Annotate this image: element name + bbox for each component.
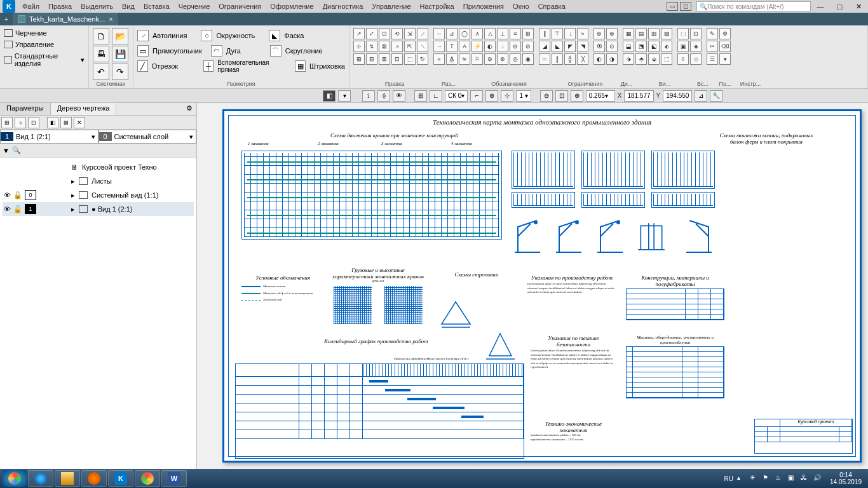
tool-icon[interactable]: ⟂	[497, 41, 508, 52]
tool-icon[interactable]: ╳	[577, 53, 588, 65]
menu-insert[interactable]: Вставка	[139, 3, 174, 10]
tb-icon[interactable]: ⌐	[470, 90, 483, 102]
tool-icon[interactable]: ═	[539, 53, 550, 65]
tray-icon[interactable]: ▴	[737, 474, 746, 483]
tool-icon[interactable]: ⦿	[593, 41, 605, 52]
tool-icon[interactable]: ⊕	[593, 28, 605, 39]
eraser-icon[interactable]: ◧	[323, 90, 336, 102]
tool-icon[interactable]: A̲	[446, 53, 458, 65]
tool-icon[interactable]: ⊥	[497, 28, 508, 39]
menu-constraints[interactable]: Ограничения	[214, 3, 266, 10]
tool-icon[interactable]: →	[433, 41, 445, 52]
tool-icon[interactable]: ⊡	[391, 53, 403, 65]
tool-icon[interactable]: ⊖	[510, 41, 521, 52]
tree-row[interactable]: ▸ Листы	[3, 174, 194, 188]
tab-close-icon[interactable]: ×	[109, 15, 112, 23]
tool-icon[interactable]: ⇱	[404, 41, 416, 52]
hatch-button[interactable]: Штриховка	[309, 62, 345, 70]
tool-icon[interactable]: ⬗	[623, 53, 634, 65]
layout-btn-2[interactable]: ◫	[680, 2, 691, 11]
tool-icon[interactable]: ⟍	[417, 41, 428, 52]
tree-row[interactable]: 🗎 Курсовой проект Техно	[3, 160, 194, 174]
tool-icon[interactable]: ⊿	[446, 28, 458, 39]
grid-icon[interactable]: ⊞	[414, 90, 427, 102]
tool-icon[interactable]: ∥	[539, 28, 550, 39]
zoom-value[interactable]: 0.265 ▾	[586, 90, 615, 102]
start-button[interactable]	[3, 470, 27, 487]
tb-icon[interactable]: ⊕	[485, 90, 498, 102]
layer-select[interactable]: 0Системный слой▾	[98, 130, 197, 144]
tool-icon[interactable]: ◊	[677, 53, 689, 65]
tray-icon[interactable]: ▣	[788, 474, 797, 483]
taskbar-clock[interactable]: 0:14 14.05.2019	[826, 471, 865, 485]
tool-icon[interactable]: ◥	[577, 41, 588, 52]
tool-icon[interactable]: ≈	[577, 28, 588, 39]
menu-diag[interactable]: Диагностика	[318, 3, 368, 10]
lang-indicator[interactable]: RU	[724, 475, 733, 482]
tool-icon[interactable]: ▦	[623, 28, 634, 39]
tool-icon[interactable]: ◯	[459, 28, 470, 39]
tool-icon[interactable]: ⬚	[404, 53, 416, 65]
command-search[interactable]: 🔍 Поиск по командам (Alt+/)	[696, 1, 811, 11]
tool-icon[interactable]: ▧	[661, 28, 672, 39]
menu-edit[interactable]: Правка	[44, 3, 76, 10]
segment-button[interactable]: Отрезок	[152, 62, 178, 70]
menu-design[interactable]: Оформление	[266, 3, 318, 10]
network-icon[interactable]: 🖧	[801, 474, 810, 483]
gear-icon[interactable]: ⚙	[182, 103, 196, 115]
tray-icon[interactable]: ⚑	[763, 474, 771, 483]
tool-icon[interactable]: ◑	[606, 53, 618, 65]
search-icon[interactable]: 🔍	[12, 146, 21, 154]
fillet-icon[interactable]: ⌒	[270, 45, 281, 57]
tb-icon[interactable]: 👁	[393, 90, 405, 102]
print-button[interactable]: 🖶	[93, 46, 109, 62]
eye-icon[interactable]: 👁	[4, 191, 11, 199]
tb-icon[interactable]: 🔧	[710, 90, 722, 102]
side-drafting[interactable]: Черчение	[3, 28, 86, 38]
tool-icon[interactable]: A	[459, 41, 470, 52]
tool-icon[interactable]: ⌫	[719, 41, 731, 52]
side-standard[interactable]: Стандартные изделия ▾	[3, 51, 86, 69]
arc-button[interactable]: Дуга	[226, 47, 241, 55]
tool-icon[interactable]: ◣	[552, 41, 563, 52]
tb-icon[interactable]: ⊿	[695, 90, 707, 102]
tool-icon[interactable]: ◇	[690, 53, 702, 65]
coord-y[interactable]: 194.550	[663, 90, 692, 102]
tool-icon[interactable]: ◈	[690, 41, 702, 52]
tool-icon[interactable]: ⤢	[366, 28, 377, 39]
chamfer-button[interactable]: Фаска	[284, 32, 304, 39]
tray-icon[interactable]: ☀	[750, 474, 759, 483]
tool-icon[interactable]: ⬖	[661, 41, 672, 52]
tool-icon[interactable]: ⊹	[353, 41, 365, 52]
tray-icon[interactable]: ♨	[775, 474, 784, 483]
document-tab[interactable]: Tekh_karta_Maschenk... ×	[13, 13, 118, 25]
tool-icon[interactable]: ⊞	[353, 53, 365, 65]
rect-button[interactable]: Прямоугольник	[153, 47, 202, 55]
tree-btn[interactable]: ⟐	[15, 117, 26, 128]
tool-icon[interactable]: ≋	[459, 53, 470, 65]
tool-icon[interactable]: ↗	[353, 28, 365, 39]
axes-icon[interactable]: ∟	[430, 90, 442, 102]
circle-icon[interactable]: ○	[201, 30, 212, 41]
save-button[interactable]: 💾	[112, 46, 128, 62]
new-tab-button[interactable]: +	[0, 13, 13, 25]
tool-icon[interactable]: ✎	[707, 28, 718, 39]
tool-icon[interactable]: ⊠	[379, 41, 390, 52]
tool-icon[interactable]: ⬚	[661, 53, 672, 65]
tool-icon[interactable]: ⟋	[417, 28, 428, 39]
zoom-fit-icon[interactable]: ⊡	[555, 90, 568, 102]
segment-icon[interactable]: ╱	[137, 60, 148, 72]
tool-icon[interactable]: ⋏	[471, 28, 483, 39]
tool-icon[interactable]: ≡	[433, 53, 445, 65]
auxline-button[interactable]: Вспомогательная прямая	[217, 59, 286, 73]
tool-icon[interactable]: ⊛	[497, 53, 508, 65]
tool-icon[interactable]: ⬕	[648, 41, 660, 52]
taskbar-ie[interactable]	[28, 470, 53, 487]
menu-drafting[interactable]: Черчение	[174, 3, 215, 10]
tree-btn[interactable]: ◧	[47, 117, 58, 128]
hatch-icon[interactable]: ▦	[295, 60, 306, 72]
autoline-button[interactable]: Автолиния	[153, 32, 187, 39]
tool-icon[interactable]: △	[484, 28, 496, 39]
tool-icon[interactable]: ◉	[522, 53, 534, 65]
tool-icon[interactable]: ╬	[564, 53, 576, 65]
